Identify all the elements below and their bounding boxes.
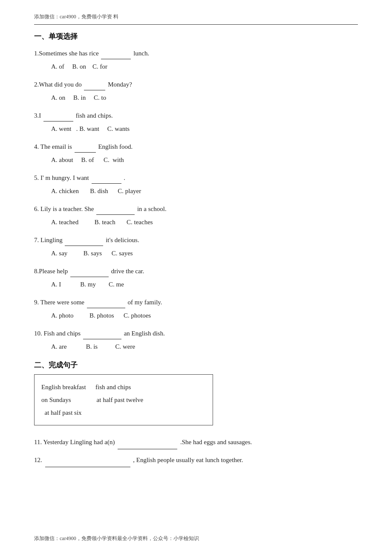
q6-text: 6. Lily is a teacher. She — [34, 205, 94, 212]
q9-options: A. photo B. photos C. photoes — [34, 310, 358, 321]
word-box-row3: at half past six — [41, 406, 206, 419]
q8-options: A. I B. my C. me — [34, 279, 358, 290]
question-3: 3.I fish and chips. A. went . B. want C.… — [34, 110, 358, 135]
q4-options: A. about B. of C. with — [34, 154, 358, 166]
q1-text: 1.Sometimes she has rice — [34, 50, 99, 57]
q4-blank — [75, 141, 96, 153]
q1-options: A. of B. on C. for — [34, 61, 358, 72]
q12-suffix: , English people usually eat lunch toget… — [133, 457, 243, 463]
q10-text: 10. Fish and chips — [34, 330, 81, 337]
q3-blank — [43, 110, 73, 121]
q5-text: 5. I' m hungry. I want — [34, 174, 89, 181]
q8-text: 8.Please help — [34, 268, 68, 275]
q3-options: A. went . B. want C. wants — [34, 123, 358, 135]
question-10: 10. Fish and chips an English dish. A. a… — [34, 327, 358, 353]
q11-suffix: .She had eggs and sausages. — [180, 439, 252, 445]
question-11: 11. Yesterday Lingling had a(n) .She had… — [34, 435, 358, 449]
question-6: 6. Lily is a teacher. She in a school. A… — [34, 203, 358, 228]
q7-blank — [65, 234, 103, 246]
word-box-row1: English breakfast fish and chips — [41, 381, 206, 393]
q11-blank — [118, 435, 177, 449]
q6-after: in a school. — [137, 205, 167, 212]
question-2: 2.What did you do Monday? A. on B. in C.… — [34, 78, 358, 104]
q4-text: 4. The email is — [34, 143, 72, 150]
q1-blank — [101, 47, 131, 59]
question-5: 5. I' m hungry. I want . A. chicken B. d… — [34, 172, 358, 197]
word-box-row2: on Sundays at half past twelve — [41, 393, 206, 406]
q9-after: of my family. — [128, 299, 162, 306]
question-4: 4. The email is English food. A. about B… — [34, 141, 358, 166]
q4-after: English food. — [98, 143, 133, 150]
q9-blank — [87, 296, 125, 308]
questions-container: 1.Sometimes she has rice lunch. A. of B.… — [34, 47, 358, 353]
q12-prefix: 12. — [34, 457, 42, 463]
header-note: 添加微信：car4900，免费领小学资 料 — [34, 13, 358, 21]
footer-note: 添加微信：car4900，免费领小学资料最全小学资料，公众号：小学檢知识 — [34, 535, 199, 542]
q7-after: it's delicious. — [106, 237, 139, 243]
q3-text: 3.I — [34, 112, 41, 119]
q7-options: A. say B. says C. sayes — [34, 248, 358, 259]
question-8: 8.Please help drive the car. A. I B. my … — [34, 265, 358, 290]
question-1: 1.Sometimes she has rice lunch. A. of B.… — [34, 47, 358, 72]
section1-title: 一、单项选择 — [34, 32, 358, 41]
word-box: English breakfast fish and chips on Sund… — [34, 374, 213, 425]
q8-after: drive the car. — [111, 268, 144, 275]
q5-options: A. chicken B. dish C. player — [34, 185, 358, 197]
q6-blank — [96, 203, 135, 215]
section2-title: 二、完成句子 — [34, 360, 358, 370]
q10-blank — [83, 327, 121, 339]
word-box-item3: on Sundays — [41, 393, 71, 406]
q1-after: lunch. — [133, 50, 149, 57]
question-7: 7. Lingling it's delicious. A. say B. sa… — [34, 234, 358, 259]
word-box-item4: at half past twelve — [97, 393, 144, 406]
q11-prefix: 11. Yesterday Lingling had a(n) — [34, 439, 115, 445]
q10-after: an English dish. — [124, 330, 165, 337]
q2-text: 2.What did you do — [34, 81, 82, 88]
q5-blank — [92, 172, 121, 184]
q2-blank — [84, 78, 105, 90]
q10-options: A. are B. is C. were — [34, 341, 358, 353]
q9-text: 9. There were some — [34, 299, 84, 306]
q6-options: A. teached B. teach C. teaches — [34, 217, 358, 228]
q2-after: Monday? — [108, 81, 132, 88]
question-9: 9. There were some of my family. A. phot… — [34, 296, 358, 321]
question-12: 12. , English people usually eat lunch t… — [34, 453, 358, 467]
q7-text: 7. Lingling — [34, 237, 63, 243]
q3-after: fish and chips. — [76, 112, 113, 119]
q12-blank — [45, 453, 130, 467]
q8-blank — [70, 265, 109, 277]
header-divider — [34, 24, 358, 25]
q2-options: A. on B. in C. to — [34, 92, 358, 104]
q5-after: . — [124, 174, 125, 181]
